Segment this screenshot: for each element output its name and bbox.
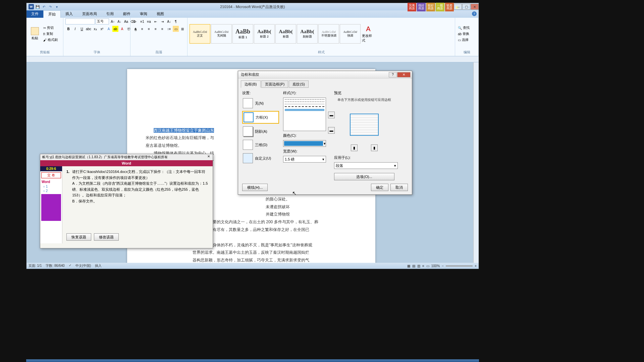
font-family-combo[interactable] bbox=[65, 18, 95, 24]
tab-mailings[interactable]: 邮件 bbox=[118, 10, 135, 18]
border-style-list[interactable] bbox=[283, 98, 326, 131]
save-icon[interactable]: 💾 bbox=[35, 4, 40, 9]
numbering-icon[interactable]: ≡1 bbox=[139, 18, 145, 24]
subscript-icon[interactable]: x₂ bbox=[92, 26, 98, 32]
style-emphasis[interactable]: AaBbCcDd强调 bbox=[340, 24, 361, 44]
preview-bottom-button[interactable]: ▬ bbox=[328, 127, 335, 134]
badge-bad[interactable]: 较差画质 bbox=[445, 3, 454, 11]
ext-icon-1[interactable]: ◐ bbox=[454, 4, 460, 10]
sort-icon[interactable]: A↓ bbox=[166, 18, 172, 24]
redo-icon[interactable]: ↷ bbox=[48, 4, 53, 9]
underline-icon[interactable]: U bbox=[79, 26, 85, 32]
tab-border[interactable]: 边框(B) bbox=[241, 80, 261, 88]
align-left-icon[interactable]: ≡ bbox=[132, 26, 139, 32]
view-draft-icon[interactable]: ▭ bbox=[426, 264, 429, 268]
tab-home[interactable]: 开始 bbox=[43, 10, 61, 18]
style-title[interactable]: AaBb(标题 bbox=[275, 24, 296, 44]
change-case-icon[interactable]: Aa bbox=[123, 18, 129, 24]
zoom-in-icon[interactable]: + bbox=[475, 264, 477, 268]
select-button[interactable]: ▭选择 bbox=[457, 37, 470, 43]
ok-button[interactable]: 确定 bbox=[371, 184, 388, 191]
shrink-font-icon[interactable]: A↓ bbox=[116, 18, 122, 24]
preview-right-button[interactable]: ▮ bbox=[371, 144, 378, 151]
tab-file[interactable]: 文件 bbox=[26, 10, 43, 18]
style-dashbold[interactable] bbox=[285, 106, 324, 107]
dialog-titlebar[interactable]: 边框和底纹 ? ✕ bbox=[238, 71, 412, 78]
replace-button[interactable]: ab替换 bbox=[457, 31, 470, 37]
insert-mode[interactable]: 插入 bbox=[95, 263, 102, 268]
exam-content[interactable]: 1. 请打开C:\kaoshi\doc\210164.docx文档，完成以下操作… bbox=[62, 166, 213, 243]
submit-button[interactable]: 交 卷 bbox=[41, 172, 61, 178]
align-center-icon[interactable]: ≡ bbox=[139, 26, 145, 32]
exam-q2[interactable]: ○ 2 bbox=[40, 189, 62, 193]
copy-button[interactable]: ⎘复制 bbox=[43, 31, 58, 37]
bullets-icon[interactable]: ≡· bbox=[132, 18, 139, 24]
indent-icon[interactable]: ⇥ bbox=[159, 18, 165, 24]
color-combo[interactable]: ▾ bbox=[283, 140, 326, 147]
format-painter-button[interactable]: 🖌格式刷 bbox=[43, 37, 58, 43]
zoom-out-icon[interactable]: − bbox=[442, 264, 444, 268]
setting-box[interactable]: 方框(X) bbox=[242, 111, 279, 124]
horizontal-line-button[interactable]: 横线(H)... bbox=[242, 184, 268, 191]
bold-icon[interactable]: B bbox=[65, 26, 71, 32]
multilevel-icon[interactable]: ≡a bbox=[146, 18, 152, 24]
style-gallery[interactable]: AaBbCcDd正文 AaBbCcDd无间隔 AaBb标题 1 AaBb(标题 … bbox=[190, 24, 361, 44]
style-subtitle[interactable]: AaBb(副标题 bbox=[297, 24, 318, 44]
exam-close-button[interactable]: ✕ bbox=[206, 155, 211, 159]
tab-insert[interactable]: 插入 bbox=[61, 10, 77, 18]
page-indicator[interactable]: 页面: 1/1 bbox=[29, 263, 42, 268]
paste-button[interactable]: 粘贴 bbox=[29, 24, 41, 44]
view-web-icon[interactable]: ▥ bbox=[417, 264, 420, 268]
text-effects-icon[interactable]: A bbox=[106, 26, 112, 32]
width-combo[interactable]: 1.5 磅▾ bbox=[283, 156, 326, 163]
grow-font-icon[interactable]: A↑ bbox=[110, 18, 116, 24]
horizontal-ruler[interactable] bbox=[26, 56, 479, 62]
undo-icon[interactable]: ↶ bbox=[41, 4, 47, 9]
tab-shading[interactable]: 底纹(S) bbox=[289, 80, 309, 88]
style-double-selected[interactable] bbox=[285, 109, 324, 111]
style-heading1[interactable]: AaBb标题 1 bbox=[232, 24, 253, 44]
ext-icon-2[interactable]: ↔ bbox=[461, 4, 466, 10]
preview-inner[interactable] bbox=[350, 114, 379, 136]
font-color-icon[interactable]: A bbox=[119, 26, 125, 32]
ext-icon-3[interactable]: ▭ bbox=[467, 4, 472, 10]
cut-button[interactable]: ✂剪切 bbox=[43, 25, 58, 31]
spell-check-icon[interactable]: ✓ bbox=[69, 263, 71, 268]
style-dash[interactable] bbox=[285, 99, 324, 100]
options-button[interactable]: 选项(O)... bbox=[334, 173, 394, 180]
tab-review[interactable]: 审阅 bbox=[135, 10, 152, 18]
dialog-help-button[interactable]: ? bbox=[389, 72, 397, 77]
vertical-scrollbar[interactable] bbox=[473, 62, 479, 263]
app-icon[interactable]: W bbox=[29, 4, 34, 9]
exam-q1[interactable]: ○ 1 bbox=[40, 184, 62, 189]
style-dot[interactable] bbox=[285, 104, 324, 104]
badge-ok[interactable]: 较好画质 bbox=[426, 3, 435, 11]
language-indicator[interactable]: 中文(中国) bbox=[75, 263, 91, 268]
style-heading2[interactable]: AaBb(标题 2 bbox=[254, 24, 275, 44]
setting-3d[interactable]: 三维(D) bbox=[242, 139, 279, 150]
line-spacing-icon[interactable]: ↕≡ bbox=[166, 26, 172, 32]
word-count[interactable]: 字数: 86/640 bbox=[46, 263, 64, 268]
tab-page-border[interactable]: 页面边框(P) bbox=[261, 80, 288, 88]
preview-top-button[interactable]: ▬ bbox=[328, 112, 335, 118]
badge-good[interactable]: 很好画质 bbox=[417, 3, 426, 11]
badge-perfect[interactable]: 完美画质 bbox=[408, 3, 416, 11]
setting-shadow[interactable]: 阴影(A) bbox=[242, 126, 279, 137]
view-print-icon[interactable]: ▦ bbox=[407, 264, 410, 268]
font-size-combo[interactable]: 五号 bbox=[96, 18, 109, 24]
style-dash2[interactable] bbox=[285, 102, 324, 102]
modify-button[interactable]: 修改该题 bbox=[94, 233, 119, 241]
help-icon[interactable]: ? bbox=[472, 11, 477, 16]
style-nospacing[interactable]: AaBbCcDd无间隔 bbox=[211, 24, 232, 44]
align-right-icon[interactable]: ≡ bbox=[146, 26, 152, 32]
zoom-slider[interactable] bbox=[446, 265, 473, 266]
outdent-icon[interactable]: ⇤ bbox=[153, 18, 159, 24]
windows-taskbar[interactable] bbox=[26, 359, 479, 362]
justify-icon[interactable]: ≡ bbox=[153, 26, 159, 32]
setting-custom[interactable]: 自定义(U) bbox=[242, 153, 279, 164]
tab-view[interactable]: 视图 bbox=[152, 10, 169, 18]
view-read-icon[interactable]: ▤ bbox=[412, 264, 415, 268]
restore-button[interactable]: 恢复该题 bbox=[66, 233, 91, 241]
change-styles-button[interactable]: A更改样式 bbox=[362, 24, 375, 44]
dialog-close-button[interactable]: ✕ bbox=[397, 72, 411, 77]
